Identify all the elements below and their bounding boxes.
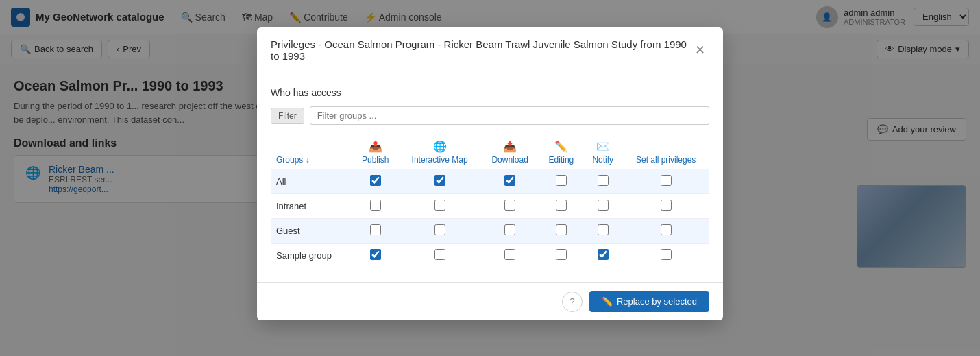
download-checkbox[interactable] bbox=[504, 200, 515, 211]
col-download: 📥 Download bbox=[481, 136, 539, 169]
who-has-access-label: Who has access bbox=[271, 87, 709, 98]
modal-title: Privileges - Ocean Salmon Program - Rick… bbox=[271, 38, 691, 62]
group-name-cell: Guest bbox=[271, 219, 352, 223]
notify-cell bbox=[583, 194, 622, 219]
download-col-icon: 📥 bbox=[487, 140, 534, 153]
set_all-checkbox[interactable] bbox=[661, 175, 672, 186]
set_all-cell bbox=[622, 194, 709, 219]
notify-cell bbox=[583, 219, 622, 223]
publish-col-icon: 📤 bbox=[358, 140, 393, 153]
download-cell bbox=[481, 219, 539, 223]
interactive_map-cell bbox=[399, 194, 481, 219]
notify-col-icon: ✉️ bbox=[589, 140, 617, 153]
download-checkbox[interactable] bbox=[504, 175, 515, 186]
col-groups[interactable]: Groups ↓ bbox=[271, 136, 352, 169]
table-row: Intranet bbox=[271, 194, 709, 219]
notify-cell bbox=[583, 169, 622, 194]
table-row: All bbox=[271, 169, 709, 194]
col-set-all: Set all privileges bbox=[622, 136, 709, 169]
filter-badge: Filter bbox=[271, 108, 304, 124]
set_all-cell bbox=[622, 219, 709, 223]
col-publish: 📤 Publish bbox=[352, 136, 399, 169]
interactive-map-col-icon: 🌐 bbox=[404, 140, 476, 153]
publish-cell bbox=[352, 194, 399, 219]
interactive_map-cell bbox=[399, 169, 481, 194]
interactive_map-checkbox[interactable] bbox=[434, 175, 445, 186]
filter-groups-input[interactable] bbox=[310, 106, 709, 125]
download-cell bbox=[481, 194, 539, 219]
interactive_map-cell bbox=[399, 219, 481, 223]
publish-cell bbox=[352, 169, 399, 194]
modal-close-button[interactable]: ✕ bbox=[691, 41, 709, 59]
editing-cell bbox=[539, 169, 584, 194]
group-name-cell: All bbox=[271, 169, 352, 194]
publish-checkbox[interactable] bbox=[370, 175, 381, 186]
editing-checkbox[interactable] bbox=[556, 200, 567, 211]
set_all-cell bbox=[622, 169, 709, 194]
publish-checkbox[interactable] bbox=[370, 200, 381, 211]
set_all-checkbox[interactable] bbox=[661, 200, 672, 211]
col-editing: ✏️ Editing bbox=[539, 136, 584, 169]
publish-cell bbox=[352, 219, 399, 223]
modal-overlay[interactable]: Privileges - Ocean Salmon Program - Rick… bbox=[0, 0, 980, 222]
editing-checkbox[interactable] bbox=[556, 175, 567, 186]
modal-body: Who has access Filter Groups ↓ 📤 Publish bbox=[257, 73, 723, 222]
download-cell bbox=[481, 169, 539, 194]
col-interactive-map: 🌐 Interactive Map bbox=[399, 136, 481, 169]
editing-col-icon: ✏️ bbox=[545, 140, 578, 153]
editing-cell bbox=[539, 219, 584, 223]
notify-checkbox[interactable] bbox=[598, 200, 609, 211]
col-notify: ✉️ Notify bbox=[583, 136, 622, 169]
filter-row: Filter bbox=[271, 106, 709, 125]
privileges-table: Groups ↓ 📤 Publish 🌐 Interactive Map bbox=[271, 136, 709, 222]
modal-header: Privileges - Ocean Salmon Program - Rick… bbox=[257, 27, 723, 73]
editing-cell bbox=[539, 194, 584, 219]
privileges-modal: Privileges - Ocean Salmon Program - Rick… bbox=[257, 27, 723, 222]
sort-icon: ↓ bbox=[306, 155, 310, 165]
group-name-cell: Intranet bbox=[271, 194, 352, 219]
table-row: Guest bbox=[271, 219, 709, 223]
interactive_map-checkbox[interactable] bbox=[434, 200, 445, 211]
notify-checkbox[interactable] bbox=[598, 175, 609, 186]
